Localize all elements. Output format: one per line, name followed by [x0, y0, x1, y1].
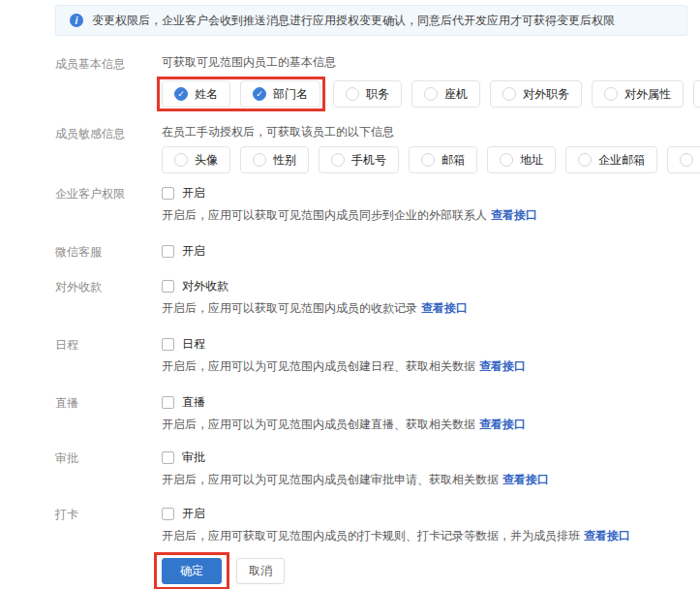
option-mobile[interactable]: 手机号: [319, 146, 399, 173]
option-label: 企业邮箱: [598, 152, 645, 169]
sensitive-info-options: 头像 性别 手机号 邮箱 地址: [162, 146, 687, 173]
section-description: 可获取可见范围内员工的基本信息: [162, 53, 687, 71]
view-api-link[interactable]: 查看接口: [502, 473, 549, 486]
checkbox-label: 日程: [182, 336, 205, 353]
view-api-link[interactable]: 查看接口: [584, 529, 630, 542]
option-external-attribute[interactable]: 对外属性: [592, 80, 684, 108]
app-permission-settings-page: i 变更权限后，企业客户会收到推送消息进行应用授权变更确认，同意后代开发应用才可…: [0, 0, 700, 589]
section-description: 开启后，应用可以获取可见范围内成员的收款记录查看接口: [162, 299, 687, 317]
external-payment-checkbox[interactable]: 对外收款: [162, 276, 228, 295]
radio-unchecked-icon: [500, 153, 513, 167]
checkbox-unchecked-icon: [162, 245, 174, 258]
schedule-checkbox[interactable]: 日程: [162, 334, 205, 354]
option-label: 性别: [273, 152, 296, 169]
option-label: 邮箱: [441, 152, 465, 169]
radio-checked-icon: ✓: [174, 87, 188, 101]
radio-unchecked-icon: [502, 87, 516, 101]
radio-checked-icon: ✓: [253, 87, 266, 101]
checkbox-unchecked-icon: [162, 338, 174, 351]
section-member-sensitive-info: 成员敏感信息 在员工手动授权后，可获取该员工的以下信息 头像 性别 手机号: [55, 123, 687, 173]
checkbox-label: 开启: [182, 243, 205, 260]
section-label: 企业客户权限: [55, 183, 162, 224]
option-extended-attribute[interactable]: 拓展属性: [693, 80, 700, 108]
option-position[interactable]: 职务: [333, 80, 402, 108]
section-enterprise-customer-permission: 企业客户权限 开启 开启后，应用可以获取可见范围内成员同步到企业的外部联系人查看…: [55, 183, 687, 224]
option-name[interactable]: ✓ 姓名: [162, 80, 230, 108]
info-icon: i: [70, 14, 83, 27]
radio-unchecked-icon: [174, 153, 188, 167]
option-label: 手机号: [351, 152, 386, 169]
section-wechat-customer-service: 微信客服 开启: [55, 241, 687, 261]
option-landline[interactable]: 座机: [411, 80, 480, 108]
section-label: 直播: [55, 392, 162, 433]
info-banner: i 变更权限后，企业客户会收到推送消息进行应用授权变更确认，同意后代开发应用才可…: [55, 5, 687, 36]
section-check-in: 打卡 开启 开启后，应用可获取可见范围内成员的打卡规则、打卡记录等数据，并为成员…: [55, 504, 687, 544]
section-label: 审批: [55, 448, 162, 488]
checkbox-label: 审批: [182, 450, 205, 466]
option-gender[interactable]: 性别: [240, 146, 309, 173]
radio-unchecked-icon: [424, 87, 438, 101]
section-description: 开启后，应用可以为可见范围内成员创建审批申请、获取相关数据查看接口: [162, 471, 687, 488]
wechat-service-enable-checkbox[interactable]: 开启: [162, 241, 205, 261]
radio-unchecked-icon: [578, 153, 592, 167]
section-schedule: 日程 日程 开启后，应用可以为可见范围内成员创建日程、获取相关数据查看接口: [55, 334, 687, 375]
checkbox-label: 开启: [182, 506, 205, 522]
option-label: 职务: [366, 86, 389, 103]
section-external-payment: 对外收款 对外收款 开启后，应用可以获取可见范围内成员的收款记录查看接口: [55, 276, 687, 317]
view-api-link[interactable]: 查看接口: [479, 359, 526, 373]
checkbox-label: 对外收款: [182, 278, 228, 294]
section-description: 开启后，应用可获取可见范围内成员的打卡规则、打卡记录等数据，并为成员排班查看接口: [162, 527, 687, 544]
radio-unchecked-icon: [604, 87, 618, 101]
checkbox-unchecked-icon: [162, 508, 174, 520]
radio-unchecked-icon: [680, 153, 693, 167]
checkbox-unchecked-icon: [162, 396, 174, 409]
cancel-button[interactable]: 取消: [236, 558, 285, 584]
section-label: 成员基本信息: [55, 53, 162, 111]
option-label: 对外属性: [624, 86, 671, 103]
section-description: 开启后，应用可以获取可见范围内成员同步到企业的外部联系人查看接口: [162, 206, 687, 224]
section-description: 开启后，应用可以为可见范围内成员创建直播、获取相关数据查看接口: [162, 416, 687, 433]
checkbox-unchecked-icon: [162, 280, 174, 293]
view-api-link[interactable]: 查看接口: [491, 208, 537, 222]
section-label: 打卡: [55, 504, 162, 544]
radio-unchecked-icon: [346, 87, 359, 101]
confirm-button[interactable]: 确定: [162, 558, 222, 584]
basic-info-options: ✓ 姓名 ✓ 部门名 职务 座机: [162, 77, 687, 111]
section-member-basic-info: 成员基本信息 可获取可见范围内员工的基本信息 ✓ 姓名 ✓ 部门名 职务: [55, 53, 687, 111]
option-label: 姓名: [195, 86, 218, 103]
option-enterprise-email[interactable]: 企业邮箱: [565, 146, 657, 173]
checkbox-unchecked-icon: [162, 451, 174, 464]
option-address[interactable]: 地址: [487, 146, 556, 173]
option-email[interactable]: 邮箱: [409, 146, 477, 173]
option-avatar[interactable]: 头像: [162, 146, 230, 173]
radio-unchecked-icon: [253, 153, 266, 167]
enterprise-customer-enable-checkbox[interactable]: 开启: [162, 183, 205, 202]
footer-actions: 确定 取消: [55, 552, 687, 589]
option-wecom-qrcode[interactable]: 员工企业微信二维码: [667, 146, 700, 173]
view-api-link[interactable]: 查看接口: [479, 418, 526, 431]
section-label: 微信客服: [55, 241, 162, 261]
annotation-box-confirm: 确定: [154, 552, 229, 589]
info-banner-text: 变更权限后，企业客户会收到推送消息进行应用授权变更确认，同意后代开发应用才可获得…: [92, 13, 615, 29]
option-label: 部门名: [273, 86, 308, 103]
radio-unchecked-icon: [331, 153, 345, 167]
checkbox-label: 开启: [182, 185, 205, 202]
section-description: 开启后，应用可以为可见范围内成员创建日程、获取相关数据查看接口: [162, 357, 687, 375]
section-description: 在员工手动授权后，可获取该员工的以下信息: [162, 123, 687, 140]
radio-unchecked-icon: [421, 153, 435, 167]
option-external-position[interactable]: 对外职务: [490, 80, 582, 108]
section-approval: 审批 审批 开启后，应用可以为可见范围内成员创建审批申请、获取相关数据查看接口: [55, 448, 687, 488]
checkbox-unchecked-icon: [162, 187, 174, 200]
section-label: 日程: [55, 334, 162, 375]
option-label: 对外职务: [523, 86, 569, 103]
view-api-link[interactable]: 查看接口: [421, 301, 468, 315]
option-label: 头像: [195, 152, 218, 169]
check-in-enable-checkbox[interactable]: 开启: [162, 504, 205, 523]
approval-checkbox[interactable]: 审批: [162, 448, 205, 467]
option-label: 座机: [444, 86, 468, 103]
section-label: 对外收款: [55, 276, 162, 317]
checkbox-label: 直播: [182, 394, 205, 411]
option-department-name[interactable]: ✓ 部门名: [240, 80, 320, 108]
option-label: 地址: [520, 152, 543, 169]
live-stream-checkbox[interactable]: 直播: [162, 392, 205, 412]
